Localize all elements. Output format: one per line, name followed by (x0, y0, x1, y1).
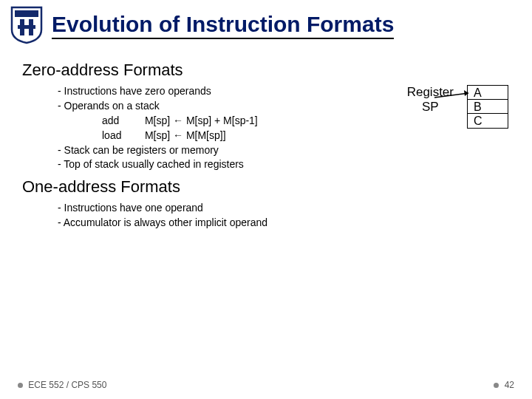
slide-title: Evolution of Instruction Formats (52, 12, 394, 39)
svg-rect-3 (18, 25, 35, 29)
mnemonic: add (102, 114, 142, 128)
label-register: Register (407, 85, 454, 100)
stack-diagram: Register SP A B C (407, 85, 508, 129)
bullet-dot-icon (18, 383, 23, 388)
stack-cell: A (468, 86, 508, 100)
footer-left: ECE 552 / CPS 550 (18, 380, 106, 390)
course-label: ECE 552 / CPS 550 (28, 380, 106, 390)
heading-one-address: One-address Formats (22, 177, 510, 197)
stack-cell: B (468, 100, 508, 114)
bullet: - Accumulator is always other implicit o… (58, 216, 510, 230)
page-number: 42 (505, 380, 514, 390)
stack-box: A B C (467, 85, 508, 129)
shield-logo-icon (10, 6, 43, 44)
op-expr: M[sp] ← M[M[sp]] (145, 129, 226, 141)
op-expr: M[sp] ← M[sp] + M[sp-1] (145, 115, 258, 126)
heading-zero-address: Zero-address Formats (22, 61, 510, 80)
bullets-one-address: - Instructions have one operand - Accumu… (58, 201, 510, 230)
bullet-dot-icon (494, 383, 499, 388)
bullet: - Stack can be registers or memory (58, 143, 510, 157)
mnemonic: load (102, 129, 142, 143)
stack-cell: C (468, 114, 508, 128)
slide-content: Zero-address Formats - Instructions have… (0, 47, 532, 230)
register-label: Register SP (407, 85, 454, 114)
slide-footer: ECE 552 / CPS 550 42 (18, 380, 514, 390)
bullet: - Instructions have one operand (58, 201, 510, 215)
op-line: load M[sp] ← M[M[sp]] (102, 129, 510, 143)
svg-rect-0 (15, 10, 38, 17)
slide-header: Evolution of Instruction Formats (0, 0, 532, 47)
footer-right: 42 (494, 380, 514, 390)
label-sp: SP (407, 100, 454, 115)
bullet: - Top of stack usually cached in registe… (58, 157, 510, 171)
